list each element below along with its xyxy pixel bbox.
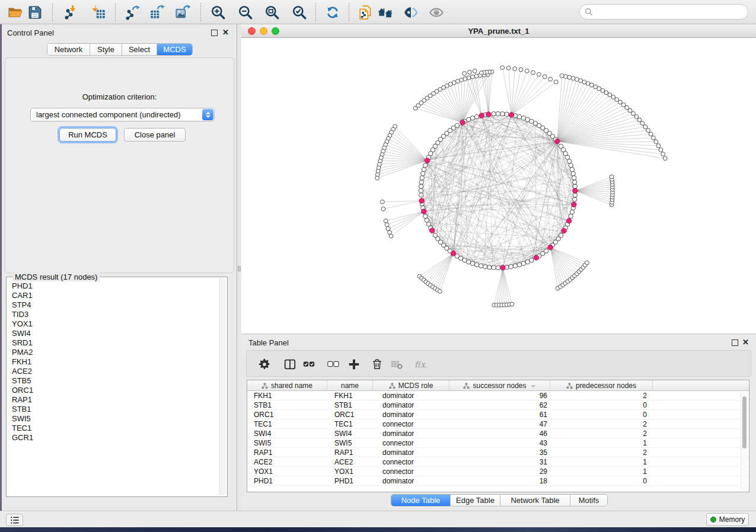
- network-canvas-svg[interactable]: [241, 38, 756, 334]
- table-cell[interactable]: 46: [449, 429, 550, 438]
- tab-edge-table[interactable]: Edge Table: [451, 495, 500, 506]
- show-hide-button[interactable]: [428, 4, 445, 21]
- table-row[interactable]: SWI5SWI5connector431: [247, 438, 749, 448]
- deselect-all-button[interactable]: [326, 357, 340, 371]
- mcds-list-item[interactable]: SWI5: [8, 414, 219, 424]
- import-table-button[interactable]: [90, 4, 107, 21]
- memory-button[interactable]: Memory: [706, 513, 749, 526]
- table-cell[interactable]: 43: [449, 438, 550, 447]
- close-panel-icon[interactable]: ✕: [222, 28, 229, 37]
- tab-network-table[interactable]: Network Table: [500, 495, 570, 506]
- mcds-list-item[interactable]: STP4: [8, 300, 219, 310]
- table-scrollbar[interactable]: [741, 392, 747, 490]
- save-session-button[interactable]: [26, 4, 44, 21]
- table-row[interactable]: ACE2ACE2connector311: [247, 457, 749, 467]
- table-cell[interactable]: 2: [550, 419, 653, 428]
- float-panel-icon[interactable]: [211, 30, 218, 36]
- table-cell[interactable]: dominator: [373, 429, 449, 438]
- table-cell[interactable]: RAP1: [247, 448, 327, 457]
- tab-style[interactable]: Style: [90, 44, 122, 55]
- float-table-panel-icon[interactable]: [732, 339, 738, 346]
- table-cell[interactable]: 1: [550, 438, 653, 447]
- tab-mcds[interactable]: MCDS: [157, 44, 192, 55]
- table-cell[interactable]: PHD1: [327, 476, 373, 485]
- table-cell[interactable]: STB1: [247, 400, 327, 409]
- table-cell[interactable]: connector: [373, 467, 449, 476]
- table-cell[interactable]: 62: [449, 400, 550, 409]
- table-cell[interactable]: 18: [449, 476, 550, 485]
- column-header-predecessor-nodes[interactable]: predecessor nodes: [550, 380, 653, 391]
- run-mcds-button[interactable]: Run MCDS: [59, 128, 116, 142]
- table-cell[interactable]: SWI5: [327, 438, 373, 447]
- table-cell[interactable]: dominator: [373, 476, 449, 485]
- mcds-list-item[interactable]: STB5: [8, 376, 219, 386]
- table-cell[interactable]: connector: [373, 457, 449, 466]
- table-row[interactable]: PHD1PHD1dominator180: [247, 476, 749, 486]
- mcds-list-item[interactable]: SRD1: [8, 338, 219, 348]
- table-cell[interactable]: ACE2: [327, 457, 373, 466]
- splitter-handle[interactable]: [238, 266, 241, 271]
- table-cell[interactable]: dominator: [373, 400, 449, 409]
- home-pages-button[interactable]: [377, 4, 394, 21]
- zoom-selected-button[interactable]: [291, 4, 308, 21]
- table-cell[interactable]: ORC1: [327, 410, 373, 419]
- task-history-button[interactable]: [6, 514, 23, 526]
- table-cell[interactable]: connector: [373, 438, 449, 447]
- table-cell[interactable]: 47: [449, 419, 550, 428]
- table-cell[interactable]: 1: [550, 467, 653, 476]
- table-cell[interactable]: YOX1: [327, 467, 373, 476]
- table-cell[interactable]: 29: [449, 467, 550, 476]
- table-cell[interactable]: YOX1: [247, 467, 327, 476]
- table-cell[interactable]: dominator: [373, 410, 449, 419]
- close-panel-button[interactable]: Close panel: [124, 128, 186, 142]
- table-cell[interactable]: SWI5: [247, 438, 327, 447]
- zoom-out-button[interactable]: [237, 4, 254, 21]
- search-input[interactable]: [593, 8, 748, 17]
- table-settings-button[interactable]: [257, 357, 272, 371]
- table-row[interactable]: SWI4SWI4dominator462: [247, 429, 749, 438]
- tab-node-table[interactable]: Node Table: [391, 495, 451, 506]
- mcds-list-item[interactable]: GCR1: [8, 433, 219, 443]
- column-header-name[interactable]: name: [327, 380, 373, 391]
- table-cell[interactable]: STB1: [327, 400, 373, 409]
- mcds-list-item[interactable]: CAR1: [8, 291, 219, 300]
- table-cell[interactable]: 31: [449, 457, 550, 466]
- mcds-list-item[interactable]: PHD1: [8, 281, 219, 291]
- table-row[interactable]: YOX1YOX1connector291: [247, 467, 749, 476]
- mcds-result-list[interactable]: PHD1CAR1STP4TID3YOX1SWI4SRD1PMA2FKH1ACE2…: [8, 278, 219, 495]
- mcds-list-item[interactable]: RAP1: [8, 395, 219, 405]
- mcds-list-scrollbar[interactable]: [219, 278, 226, 495]
- mcds-list-item[interactable]: TEC1: [8, 424, 219, 433]
- table-cell[interactable]: connector: [373, 419, 449, 428]
- export-image-button[interactable]: [174, 4, 192, 21]
- table-cell[interactable]: dominator: [373, 391, 449, 400]
- table-cell[interactable]: SWI4: [247, 429, 327, 438]
- show-columns-button[interactable]: [283, 357, 297, 371]
- table-cell[interactable]: 0: [550, 476, 653, 485]
- table-cell[interactable]: FKH1: [247, 391, 327, 400]
- clone-network-button[interactable]: [357, 4, 375, 21]
- table-cell[interactable]: 1: [550, 457, 653, 466]
- close-table-panel-icon[interactable]: ✕: [742, 338, 749, 347]
- table-cell[interactable]: TEC1: [327, 419, 373, 428]
- table-cell[interactable]: dominator: [373, 448, 449, 457]
- column-header-shared-name[interactable]: shared name: [247, 380, 327, 391]
- open-file-button[interactable]: [7, 4, 24, 21]
- table-row[interactable]: STB1STB1dominator620: [247, 400, 749, 410]
- mcds-list-item[interactable]: ACE2: [8, 367, 219, 376]
- mcds-list-item[interactable]: STB1: [8, 405, 219, 414]
- search-box[interactable]: [579, 4, 748, 20]
- style-preview-button[interactable]: [402, 4, 420, 21]
- mcds-list-item[interactable]: SWI4: [8, 329, 219, 338]
- table-cell[interactable]: 0: [550, 400, 653, 409]
- table-row[interactable]: FKH1FKH1dominator962: [247, 391, 749, 400]
- import-network-button[interactable]: [62, 4, 80, 21]
- table-cell[interactable]: ORC1: [247, 410, 327, 419]
- network-canvas[interactable]: [241, 38, 756, 334]
- table-cell[interactable]: SWI4: [327, 429, 373, 438]
- table-cell[interactable]: ACE2: [247, 457, 327, 466]
- network-window-titlebar[interactable]: YPA_prune.txt_1: [241, 24, 756, 38]
- table-cell[interactable]: 61: [449, 410, 550, 419]
- mcds-list-item[interactable]: FKH1: [8, 357, 219, 367]
- tab-select[interactable]: Select: [122, 44, 157, 55]
